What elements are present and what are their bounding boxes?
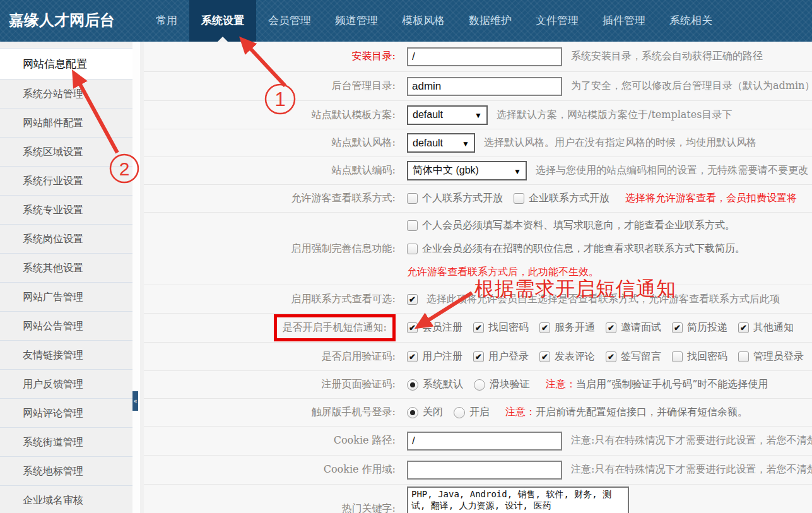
sidebar-item[interactable]: 系统岗位设置	[0, 225, 132, 254]
sidebar-item[interactable]: 网站邮件配置	[0, 109, 132, 138]
install-dir-input[interactable]	[407, 47, 562, 66]
sidebar-item[interactable]: 系统街道管理	[0, 428, 132, 457]
sms-notify-options: 会员注册 找回密码 服务开通 邀请面试 简历投递 其他通知	[402, 321, 812, 334]
tab-system-settings[interactable]: 系统设置	[189, 0, 256, 42]
tab[interactable]: 会员管理	[256, 0, 323, 42]
checkbox-option[interactable]: 简历投递	[672, 321, 727, 334]
cookie-path-input[interactable]	[407, 432, 562, 451]
radio-option[interactable]: 滑块验证	[474, 378, 530, 391]
checkbox-icon[interactable]	[606, 351, 616, 362]
app-logo: 嘉缘人才网后台	[0, 0, 144, 42]
checkbox-icon[interactable]	[473, 351, 484, 362]
checkbox-icon[interactable]	[514, 193, 524, 204]
field-label: 站点默认编码:	[144, 164, 402, 177]
field-help: 系统安装目录，系统会自动获得正确的路径	[571, 50, 763, 63]
checkbox-icon[interactable]	[738, 351, 749, 362]
radio-icon[interactable]	[407, 379, 418, 391]
template-select[interactable]: default	[407, 105, 488, 125]
field-label: 站点默认风格:	[144, 136, 402, 150]
sidebar-item[interactable]: 系统行业设置	[0, 167, 132, 196]
form-row-template-scheme: 站点默认模板方案: default 选择默认方案，网站模版方案位于/templa…	[144, 101, 812, 129]
checkbox-icon[interactable]	[606, 322, 616, 333]
checkbox-option[interactable]: 管理员登录	[738, 350, 804, 363]
active-tab-caret	[218, 37, 228, 42]
sidebar-item-site-info[interactable]: 网站信息配置	[0, 48, 132, 80]
checkbox-option[interactable]: 用户注册	[407, 350, 462, 363]
checkbox-option[interactable]: 邀请面试	[606, 321, 661, 334]
radio-option[interactable]: 关闭	[407, 406, 443, 419]
sidebar-item[interactable]: 网站广告管理	[0, 283, 132, 312]
form-row-captcha: 是否启用验证码: 用户注册 用户登录 发表评论 签写留言 找回密码	[144, 343, 812, 371]
checkbox-option[interactable]: 用户登录	[473, 350, 529, 363]
checkbox-icon[interactable]	[672, 322, 683, 333]
radio-icon[interactable]	[407, 407, 418, 418]
checkbox-option[interactable]: 签写留言	[606, 350, 661, 363]
checkbox-option[interactable]: 服务开通	[539, 321, 595, 334]
sidebar-item[interactable]: 系统分站管理	[0, 80, 132, 109]
form-row-contact-optional: 启用联系方式查看可选: 选择此项将允许会员自主选择是否查看联系方式，允许游客查看…	[144, 285, 812, 314]
tab[interactable]: 常用	[144, 0, 189, 42]
sidebar-item[interactable]: 网站公告管理	[0, 312, 132, 341]
checkbox-option[interactable]: 发表评论	[539, 350, 595, 363]
checkbox-option[interactable]: 找回密码	[473, 321, 529, 334]
radio-option[interactable]: 开启	[454, 406, 490, 419]
sidebar-item[interactable]: 企业域名审核	[0, 486, 132, 513]
checkbox-icon[interactable]	[407, 193, 418, 204]
tab[interactable]: 模板风格	[390, 0, 457, 42]
checkbox-icon[interactable]	[407, 351, 418, 362]
checkbox-icon[interactable]	[672, 351, 683, 362]
sidebar: 网站信息配置 系统分站管理 网站邮件配置 系统区域设置 系统行业设置 系统专业设…	[0, 42, 132, 513]
warning-text: 选择将允许游客查看，会员扣费设置将	[625, 192, 797, 205]
field-label: Cookie 路径:	[144, 434, 402, 447]
field-help: 选择默认风格。用户在没有指定风格的时候，均使用默认风格	[484, 136, 756, 150]
sidebar-item[interactable]: 系统专业设置	[0, 196, 132, 225]
form-row-cookie-domain: Cookie 作用域: 注意:只有在特殊情况下才需要进行此设置，若您不清楚	[144, 456, 812, 485]
tab[interactable]: 文件管理	[524, 0, 591, 42]
sidebar-item[interactable]: 网站评论管理	[0, 399, 132, 428]
checkbox-icon[interactable]	[473, 322, 484, 333]
cookie-domain-input[interactable]	[407, 461, 562, 480]
sidebar-item[interactable]: 系统区域设置	[0, 138, 132, 167]
sidebar-collapse-handle[interactable]: «	[132, 391, 138, 411]
field-label: 热门关键字:	[144, 485, 402, 513]
tab[interactable]: 插件管理	[591, 0, 657, 42]
checkbox-icon[interactable]	[407, 220, 418, 231]
checkbox-option[interactable]: 会员注册	[407, 321, 462, 334]
field-label: 启用联系方式查看可选:	[144, 293, 402, 306]
charset-select[interactable]: 简体中文 (gbk)	[407, 161, 527, 180]
topbar: 嘉缘人才网后台 常用 系统设置 会员管理 频道管理 模板风格 数据维护 文件管理…	[0, 0, 812, 42]
sidebar-item[interactable]: 系统地标管理	[0, 457, 132, 486]
select-value: default	[413, 109, 443, 121]
checkbox-icon[interactable]	[407, 244, 418, 254]
tab[interactable]: 系统相关	[657, 0, 724, 42]
tab[interactable]: 数据维护	[457, 0, 524, 42]
sidebar-item[interactable]: 系统其他设置	[0, 254, 132, 283]
field-help: 选择默认方案，网站模版方案位于/templates目录下	[497, 109, 732, 122]
dropdown-caret-icon	[514, 165, 521, 177]
tab[interactable]: 频道管理	[323, 0, 390, 42]
captcha-options: 用户注册 用户登录 发表评论 签写留言 找回密码 管理员登录	[402, 350, 812, 363]
checkbox-option[interactable]: 找回密码	[672, 350, 727, 363]
hot-keywords-textarea[interactable]: PHP, Java, Android, 销售, 软件, 财务, 测试, 翻译, …	[407, 486, 629, 513]
radio-icon[interactable]	[474, 379, 485, 391]
admin-dir-input[interactable]	[407, 77, 562, 96]
form-row-cookie-path: Cookie 路径: 注意:只有在特殊情况下才需要进行此设置，若您不清楚	[144, 427, 812, 456]
checkbox-icon[interactable]	[407, 294, 418, 305]
checkbox-option[interactable]: 个人会员必须填写基本资料、填写求职意向，才能查看企业联系方式。	[407, 219, 735, 232]
style-select[interactable]: default	[407, 133, 475, 153]
checkbox-icon[interactable]	[407, 322, 418, 333]
guest-view-options: 个人联系方式开放 企业联系方式开放 选择将允许游客查看，会员扣费设置将	[402, 192, 812, 205]
form-row-sms-notify: 是否开启手机短信通知: 会员注册 找回密码 服务开通 邀请面试 简历投递	[144, 314, 812, 343]
checkbox-option[interactable]: 个人联系方式开放	[407, 192, 503, 205]
checkbox-icon[interactable]	[539, 351, 550, 362]
checkbox-icon[interactable]	[738, 322, 749, 333]
sidebar-item[interactable]: 友情链接管理	[0, 341, 132, 370]
checkbox-option[interactable]: 企业联系方式开放	[514, 192, 609, 205]
checkbox-option[interactable]: 企业会员必须有在招聘的职位信息，才能查看求职者联系方式下载简历。	[407, 242, 745, 256]
radio-option[interactable]: 系统默认	[407, 378, 463, 391]
checkbox-icon[interactable]	[539, 322, 550, 333]
radio-icon[interactable]	[454, 407, 465, 418]
sidebar-item[interactable]: 用户反馈管理	[0, 370, 132, 399]
checkbox-option[interactable]: 其他通知	[738, 321, 794, 334]
dropdown-caret-icon	[462, 138, 469, 149]
